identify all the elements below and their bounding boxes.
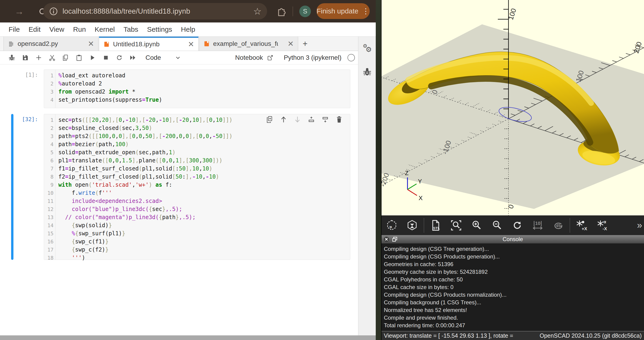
code-line[interactable]: {swp(solid)}	[58, 222, 232, 230]
desktop-gap	[376, 0, 381, 340]
copy-icon[interactable]	[59, 53, 72, 62]
reset-view-icon[interactable]	[507, 218, 528, 232]
save-icon[interactable]	[18, 53, 32, 62]
code-line[interactable]: sec=pts([[20,20],[0,-10],[-20,-10],[-20,…	[58, 116, 232, 124]
cell-editor[interactable]: 1234 %load_ext autoreload%autoreload 2fr…	[44, 70, 350, 108]
export-stl-icon[interactable]: STL	[426, 218, 446, 232]
tab-bar: openscad2.py✕Untitled18.ipynb✕example_of…	[0, 36, 376, 51]
forward-icon[interactable]: →	[14, 6, 25, 17]
code-line[interactable]: // color("magenta")p_line3d({path},.5);	[58, 213, 232, 222]
code-line[interactable]: f.write(f'''	[58, 189, 232, 197]
console-close-icon[interactable]	[383, 236, 390, 242]
cut-icon[interactable]	[46, 53, 59, 62]
notebook-content: [1]: 1234 %load_ext autoreload%autoreloa…	[0, 64, 358, 335]
external-link-icon[interactable]	[267, 54, 274, 61]
code-area[interactable]: sec=pts([[20,20],[0,-10],[-20,-10],[-20,…	[55, 114, 232, 260]
extensions-icon[interactable]	[275, 5, 287, 17]
browser-window: → localhost:8888/lab/tree/Untitled18.ipy…	[0, 0, 376, 340]
move-up-icon[interactable]	[280, 116, 288, 124]
console-line: Normalized tree has 52 elements!	[384, 306, 644, 314]
code-line[interactable]: f1=ip_fillet_surf_closed(pl1,solid[:50],…	[58, 165, 232, 173]
code-area[interactable]: %load_ext autoreload%autoreload 2from op…	[55, 70, 162, 108]
code-line[interactable]: %{swp_surf(pl1)}	[58, 230, 232, 238]
menu-item-tabs[interactable]: Tabs	[119, 26, 142, 33]
zoom-out-icon[interactable]	[487, 218, 507, 232]
menu-item-help[interactable]: Help	[176, 26, 200, 33]
run-icon[interactable]	[86, 53, 99, 62]
code-line[interactable]: path=pts2([[100,0,0],[0,0,50],[-200,0,0]…	[58, 132, 232, 140]
stop-icon[interactable]	[99, 53, 112, 62]
close-icon[interactable]: ✕	[185, 40, 194, 49]
duplicate-icon[interactable]	[266, 116, 274, 124]
address-bar[interactable]: localhost:8888/lab/tree/Untitled18.ipynb…	[43, 3, 267, 20]
menu-item-settings[interactable]: Settings	[143, 26, 176, 33]
tab-example-of-various-functi[interactable]: example_of_various_functi✕	[199, 36, 298, 51]
cell-type-dropdown[interactable]: Code	[146, 54, 181, 62]
view-all-icon[interactable]: 10	[528, 218, 548, 232]
profile-avatar[interactable]: S	[299, 6, 311, 17]
code-line[interactable]: {swp_c(f2)}	[58, 246, 232, 254]
url-text[interactable]: localhost:8888/lab/tree/Untitled18.ipynb	[62, 7, 190, 16]
console-line: Compiling design (CSG Products generatio…	[384, 253, 644, 260]
zoom-in-icon[interactable]	[466, 218, 487, 232]
panel-label: Notebook	[235, 54, 263, 62]
cell-editor[interactable]: 123456789101112131415161718 sec=pts([[20…	[44, 114, 350, 260]
menu-item-edit[interactable]: Edit	[24, 26, 45, 33]
code-line[interactable]: from openscad2 import *	[58, 88, 162, 96]
code-line[interactable]: with open('trial.scad','w+') as f:	[58, 181, 232, 189]
console-line: Geometries in cache: 51396	[384, 260, 644, 268]
code-line[interactable]: color("blue")p_line3dc({sec},.5);	[58, 205, 232, 213]
svg-text:»: »	[389, 224, 392, 230]
view-45-icon[interactable]: 45	[548, 218, 568, 232]
menu-item-run[interactable]: Run	[69, 26, 90, 33]
paste-icon[interactable]	[72, 53, 86, 62]
zoom-fit-icon[interactable]	[446, 218, 466, 232]
menu-item-view[interactable]: View	[45, 26, 68, 33]
console-float-icon[interactable]	[391, 236, 398, 242]
property-inspector-icon[interactable]: ⚙⚙	[362, 43, 372, 54]
tab-untitled18-ipynb[interactable]: Untitled18.ipynb✕	[99, 36, 198, 51]
add-icon[interactable]	[32, 53, 46, 62]
console-output[interactable]: Compiling design (CSG Tree generation)..…	[382, 244, 644, 331]
close-icon[interactable]: ✕	[84, 39, 94, 48]
insert-above-icon[interactable]	[308, 116, 315, 124]
more-tools-icon[interactable]: »	[637, 220, 642, 230]
svg-text:45: 45	[556, 224, 560, 228]
restart-icon[interactable]	[112, 53, 126, 62]
kernel-name[interactable]: Python 3 (ipykernel)	[284, 54, 342, 62]
viewport-toolbar: »STL1045+Xα-X»	[382, 216, 644, 235]
finish-update-button[interactable]: Finish update ⋮	[316, 3, 370, 19]
code-line[interactable]: path=bezier(path,100)	[58, 140, 232, 148]
code-line[interactable]: sec=bspline_closed(sec,3,50)	[58, 124, 232, 132]
view-plus-x-icon[interactable]: +X	[572, 218, 592, 232]
tab-openscad2-py[interactable]: openscad2.py✕	[4, 36, 98, 51]
browser-menu-icon[interactable]: ⋮	[362, 7, 370, 16]
insert-below-icon[interactable]	[321, 116, 329, 124]
add-tab-button[interactable]: +	[298, 36, 312, 51]
debugger-icon[interactable]	[362, 67, 372, 76]
kernel-status-icon[interactable]	[348, 54, 355, 62]
code-line[interactable]: pl1=translate([0,0,1.5],plane([0,0,1],[3…	[58, 156, 232, 165]
3d-viewport[interactable]: 100 0 100 200 -100 -200 0 Z Y X	[382, 0, 644, 216]
code-line[interactable]: {swp_c(f1)}	[58, 238, 232, 246]
code-line[interactable]: set_printoptions(suppress=True)	[58, 96, 162, 104]
menu-item-kernel[interactable]: Kernel	[90, 26, 119, 33]
site-info-icon[interactable]	[49, 7, 58, 16]
toolbar-separator	[570, 218, 570, 232]
code-line[interactable]: %autoreload 2	[58, 80, 162, 88]
code-line[interactable]: %load_ext autoreload	[58, 72, 162, 80]
code-line[interactable]: f2=ip_fillet_surf_closed(pl1,solid[50:],…	[58, 173, 232, 181]
run-all-icon[interactable]	[126, 53, 140, 62]
delete-icon[interactable]	[335, 116, 343, 124]
menu-item-file[interactable]: File	[4, 26, 24, 33]
code-line[interactable]: solid=path_extrude_open(sec,path,1)	[58, 148, 232, 156]
code-line[interactable]: include<dependencies2.scad>	[58, 197, 232, 205]
preview-icon[interactable]: »	[382, 218, 402, 232]
view-minus-x-icon[interactable]: α-X	[592, 218, 612, 232]
move-down-icon[interactable]	[294, 116, 302, 124]
code-line[interactable]: ''')	[58, 254, 232, 262]
bookmark-star-icon[interactable]: ☆	[253, 6, 262, 17]
bug-icon[interactable]	[5, 53, 18, 62]
close-icon[interactable]: ✕	[284, 39, 294, 48]
render-icon[interactable]	[402, 218, 422, 232]
